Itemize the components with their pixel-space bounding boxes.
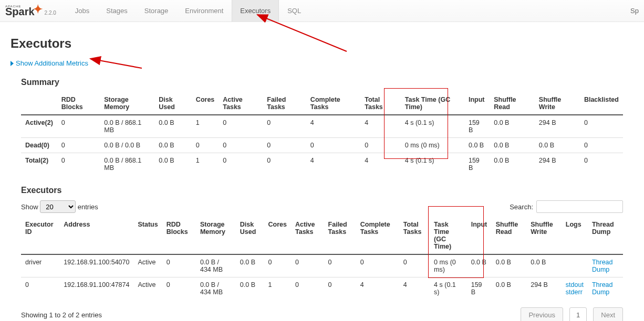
entries-info: Showing 1 to 2 of 2 entries <box>21 311 102 319</box>
thread-dump-link[interactable]: Thread Dump <box>592 281 613 296</box>
triangle-right-icon <box>11 61 14 66</box>
nav-sql[interactable]: SQL <box>279 0 309 22</box>
table-controls: Show 10 20 50 100 entries Search: <box>21 200 623 213</box>
executors-table: Executor ID Address Status RDD Blocks St… <box>21 217 623 299</box>
table-row: driver192.168.91.100:54070Active00.0 B /… <box>21 254 623 277</box>
pager: Previous 1 Next <box>521 307 623 321</box>
main-nav: Jobs Stages Storage Environment Executor… <box>67 0 309 22</box>
nav-executors[interactable]: Executors <box>232 0 279 22</box>
table-row: Dead(0)00.0 B / 0.0 B0.0 B000000 ms (0 m… <box>21 138 623 153</box>
thread-dump-link[interactable]: Thread Dump <box>592 259 613 273</box>
table-row: 0192.168.91.100:47874Active00.0 B / 434 … <box>21 277 623 300</box>
nav-environment[interactable]: Environment <box>176 0 232 22</box>
nav-stages[interactable]: Stages <box>98 0 136 22</box>
table-row: Total(2)00.0 B / 868.1 MB0.0 B100444 s (… <box>21 153 623 176</box>
prev-button[interactable]: Previous <box>521 307 563 321</box>
entries-select[interactable]: 10 20 50 100 <box>40 200 76 213</box>
spark-logo[interactable]: APACHE Spark✦ 2.2.0 <box>5 5 56 17</box>
search-label: Search: <box>510 203 533 211</box>
log-link-stdout[interactable]: stdout <box>566 281 584 288</box>
table-row: Active(2)00.0 B / 868.1 MB0.0 B100444 s … <box>21 115 623 138</box>
page-title: Executors <box>11 36 633 51</box>
next-button[interactable]: Next <box>593 307 623 321</box>
topbar: APACHE Spark✦ 2.2.0 Jobs Stages Storage … <box>0 0 644 22</box>
search-input[interactable] <box>536 200 623 213</box>
show-additional-metrics-toggle[interactable]: Show Additional Metrics <box>11 59 633 67</box>
nav-jobs[interactable]: Jobs <box>67 0 98 22</box>
log-link-stderr[interactable]: stderr <box>566 288 583 296</box>
summary-table: RDD Blocks Storage Memory Disk Used Core… <box>21 92 623 175</box>
summary-heading: Summary <box>21 78 633 87</box>
nav-storage[interactable]: Storage <box>136 0 177 22</box>
executors-heading: Executors <box>21 186 633 195</box>
content: Executors Show Additional Metrics Summar… <box>0 22 644 321</box>
app-name-truncated: Sp <box>630 7 639 15</box>
spark-star-icon: ✦ <box>33 3 43 16</box>
page-1-button[interactable]: 1 <box>569 307 587 321</box>
version-label: 2.2.0 <box>45 10 56 16</box>
table-footer: Showing 1 to 2 of 2 entries Previous 1 N… <box>21 307 623 321</box>
